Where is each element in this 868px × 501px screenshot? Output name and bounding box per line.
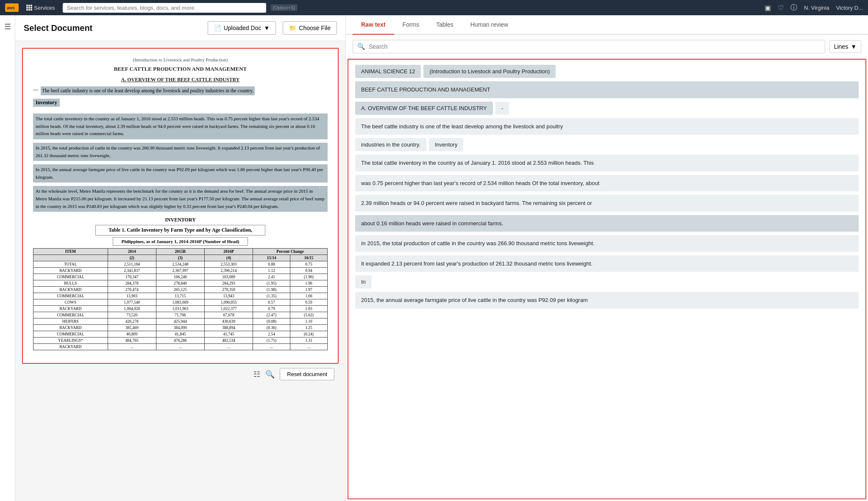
bullet-icon: — bbox=[33, 86, 38, 95]
cattle-table: ITEM 2014 2015R 2016P Percent Change (2)… bbox=[33, 248, 328, 350]
col-2016p: 2016P bbox=[204, 249, 253, 255]
help-icon[interactable]: ⓘ bbox=[790, 3, 797, 12]
table-row: COMMERCIAL73,52071,70667,678(2.47)(5.62) bbox=[33, 312, 328, 318]
text-block-6: It expanded 2.13 percent from last year'… bbox=[355, 255, 859, 272]
doc-para2: In 2015, the total production of cattle … bbox=[33, 143, 328, 161]
tab-forms[interactable]: Forms bbox=[394, 15, 428, 35]
bell-icon[interactable]: ♡ bbox=[778, 4, 784, 12]
app-container: ☰ Select Document 📄 Uploaded Doc ▼ 📁 Cho… bbox=[0, 15, 868, 501]
table-row: BACKYARD2,341,8372,367,9972,390,2141.120… bbox=[33, 268, 328, 274]
aws-top-nav: aws Services [Option+S] ▣ ♡ ⓘ N. Virgini… bbox=[0, 0, 868, 15]
zoom-icon[interactable]: 🔍 bbox=[265, 370, 275, 379]
doc-para3: In 2015, the annual average farmgate pri… bbox=[33, 164, 328, 183]
table-row: YEARLINGS*484,765476,286482,534(1.75)1.3… bbox=[33, 338, 328, 344]
in-tag: In bbox=[355, 275, 372, 288]
folder-icon: 📁 bbox=[289, 25, 296, 31]
animal-science-tag: ANIMAL SCIENCE 12 bbox=[355, 65, 421, 78]
doc-main-title: BEEF CATTLE PRODUCTION AND MANAGEMENT bbox=[33, 66, 328, 72]
table-row: COWS1,077,5401,083,6691,090,0550.570.59 bbox=[33, 299, 328, 306]
upload-icon: 📄 bbox=[214, 25, 221, 31]
document-preview: (Introduction to Livestock and Poultry P… bbox=[15, 41, 345, 501]
region-selector[interactable]: N. Virginia bbox=[804, 5, 829, 11]
doc-bullet-row: — The beef cattle industry is one of the… bbox=[33, 86, 328, 95]
inventory-label: Inventory bbox=[33, 99, 60, 107]
commercial-farms-block: about 0.16 million heads were raised in … bbox=[355, 215, 859, 232]
right-content: ANIMAL SCIENCE 12 (Introduction to Lives… bbox=[348, 59, 866, 499]
doc-para4: At the wholesale level, Metro Manila rep… bbox=[33, 186, 328, 212]
tag-row-1: ANIMAL SCIENCE 12 (Introduction to Lives… bbox=[355, 65, 859, 78]
left-header: Select Document 📄 Uploaded Doc ▼ 📁 Choos… bbox=[15, 15, 345, 41]
overview-tag: A. OVERVIEW OF THE BEEF CATTLE INDUSTRY bbox=[355, 102, 493, 115]
inventory-heading: INVENTORY bbox=[33, 217, 328, 223]
search-input[interactable] bbox=[369, 43, 821, 50]
table-row: COMMERCIAL170,347166,246163,0892.41(1.90… bbox=[33, 274, 328, 280]
aws-logo: aws bbox=[5, 3, 19, 12]
text-block-5: In 2015, the total production of cattle … bbox=[355, 235, 859, 252]
document-content: (Introduction to Livestock and Poultry P… bbox=[22, 48, 339, 364]
doc-section-a-title: A. OVERVIEW OF THE BEEF CATTLE INDUSTRY bbox=[33, 77, 328, 83]
col-pct-change: Percent Change bbox=[253, 249, 328, 255]
uploaded-doc-button[interactable]: 📄 Uploaded Doc ▼ bbox=[208, 21, 276, 35]
col-2015r: 2015R bbox=[156, 249, 204, 255]
sidebar-toggle[interactable]: ☰ bbox=[0, 15, 15, 501]
text-block-4: 2.39 million heads or 94.0 percent were … bbox=[355, 195, 859, 212]
doc-footer: ☷ 🔍 Reset document bbox=[22, 364, 339, 382]
inventory-tag: Inventory bbox=[429, 138, 463, 151]
table-row: BULLS284,378278,840284,293(1.95)1.96 bbox=[33, 280, 328, 287]
table-row: TOTAL2,511,1842,534,2482,553,3030.880.75 bbox=[33, 261, 328, 268]
text-block-7: 2015, the annual average farmgate price … bbox=[355, 292, 859, 309]
col-item: ITEM bbox=[33, 249, 108, 255]
industries-tag: industries in the country. bbox=[355, 138, 426, 151]
search-icon: 🔍 bbox=[357, 43, 365, 50]
table1-subtitle: Philippines, as of January 1, 2014-2016P… bbox=[113, 237, 248, 246]
dash-tag: - bbox=[495, 102, 509, 115]
lines-label: Lines bbox=[834, 43, 848, 50]
right-panel: Raw text Forms Tables Human review 🔍 Lin… bbox=[346, 15, 868, 501]
table-row: COMMERCIAL13,90313,71513,943(1.35)1.66 bbox=[33, 293, 328, 299]
text-block-2: The total cattle inventory in the countr… bbox=[355, 155, 859, 172]
beef-cattle-production-block: BEEF CATTLE PRODUCTION AND MANAGEMENT bbox=[355, 81, 859, 98]
choose-file-button[interactable]: 📁 Choose File bbox=[283, 21, 337, 35]
table-row: BACKYARD270,474265,125270,350(1.98)1.97 bbox=[33, 287, 328, 293]
table-row: BACKYARD1,004,0201,011,9631,022,3770.791… bbox=[33, 306, 328, 312]
industries-row: industries in the country. Inventory bbox=[355, 138, 859, 151]
user-menu[interactable]: Victory D... bbox=[836, 5, 863, 11]
table-row: BACKYARD............... bbox=[33, 344, 328, 350]
grid-view-icon[interactable]: ☷ bbox=[253, 370, 260, 379]
page-title: Select Document bbox=[24, 23, 201, 33]
doc-para1: The total cattle inventory in the countr… bbox=[33, 113, 328, 139]
table1-title: Table 1. Cattle Inventory by Farm Type a… bbox=[95, 225, 265, 235]
in-row: In bbox=[355, 275, 859, 288]
col-2014: 2014 bbox=[108, 249, 156, 255]
search-box[interactable]: 🔍 bbox=[353, 40, 825, 53]
aws-nav-right: ▣ ♡ ⓘ N. Virginia Victory D... bbox=[765, 3, 863, 12]
dropdown-arrow-icon: ▼ bbox=[264, 25, 270, 31]
overview-row: A. OVERVIEW OF THE BEEF CATTLE INDUSTRY … bbox=[355, 102, 859, 115]
table-row: BACKYARD385,469384,099388,894(0.36)1.25 bbox=[33, 325, 328, 331]
text-block-3: was 0.75 percent higher than last year's… bbox=[355, 175, 859, 192]
aws-search-shortcut: [Option+S] bbox=[270, 4, 298, 11]
aws-search-input[interactable] bbox=[63, 3, 266, 13]
tab-raw-text[interactable]: Raw text bbox=[353, 15, 394, 35]
tab-tables[interactable]: Tables bbox=[428, 15, 462, 35]
cattle-table-wrapper: ITEM 2014 2015R 2016P Percent Change (2)… bbox=[33, 248, 328, 350]
left-panel: Select Document 📄 Uploaded Doc ▼ 📁 Choos… bbox=[15, 15, 346, 501]
services-menu[interactable]: Services bbox=[23, 3, 58, 13]
table-row: COMMERCIAL40,80941,84541,7452.54(0.24) bbox=[33, 331, 328, 338]
terminal-icon[interactable]: ▣ bbox=[765, 4, 771, 12]
reset-document-button[interactable]: Reset document bbox=[280, 368, 334, 380]
intro-livestock-tag: (Introduction to Livestock and Poultry P… bbox=[423, 65, 556, 78]
tab-human-review[interactable]: Human review bbox=[462, 15, 517, 35]
svg-text:aws: aws bbox=[7, 6, 15, 10]
services-label: Services bbox=[34, 5, 55, 11]
right-toolbar: 🔍 Lines ▼ bbox=[346, 35, 868, 59]
doc-subtitle: (Introduction to Livestock and Poultry P… bbox=[33, 57, 328, 62]
doc-bullet-text: The beef cattle industry is one of the l… bbox=[41, 86, 255, 95]
lines-dropdown-icon: ▼ bbox=[851, 43, 857, 50]
tabs-container: Raw text Forms Tables Human review bbox=[346, 15, 868, 35]
text-block-1: The beef cattle industry is one of the l… bbox=[355, 118, 859, 135]
table-row: HEIFERS426,278425,944430,639(0.08)1.10 bbox=[33, 318, 328, 325]
lines-select[interactable]: Lines ▼ bbox=[829, 40, 861, 53]
